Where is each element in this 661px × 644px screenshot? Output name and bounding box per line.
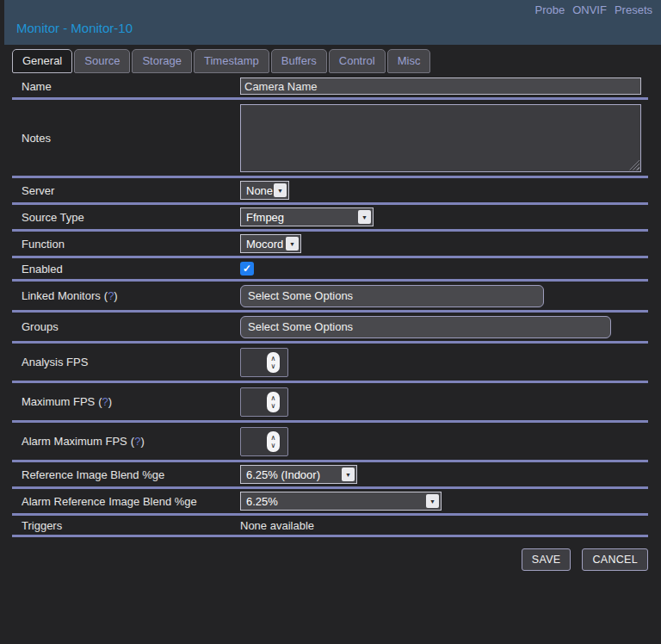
- server-label: Server: [12, 184, 240, 197]
- spinner-down-icon[interactable]: ∨: [271, 362, 276, 370]
- cancel-button[interactable]: CANCEL: [582, 548, 648, 571]
- analysis-fps-row: Analysis FPS ∧ ∨: [12, 344, 648, 381]
- number-spinner[interactable]: ∧ ∨: [267, 392, 280, 412]
- dropdown-arrow-icon: ▼: [342, 468, 355, 481]
- enabled-checkbox[interactable]: ✓: [240, 262, 254, 276]
- dropdown-arrow-icon: ▼: [358, 210, 371, 224]
- groups-multiselect[interactable]: Select Some Options: [240, 316, 611, 338]
- check-icon: ✓: [243, 263, 251, 275]
- alarm-ref-blend-row: Alarm Reference Image Blend %ge 6.25% ▼: [12, 489, 648, 513]
- action-button-row: SAVE CANCEL: [12, 537, 648, 571]
- enabled-row: Enabled ✓: [12, 258, 648, 279]
- paren: ): [114, 289, 117, 302]
- linked-monitors-label-text: Linked Monitors: [22, 289, 101, 302]
- alarm-maximum-fps-row: Alarm Maximum FPS(?) ∧ ∨: [12, 423, 648, 460]
- function-row: Function Mocord ▼: [12, 232, 648, 256]
- presets-link[interactable]: Presets: [615, 3, 652, 16]
- analysis-fps-input[interactable]: ∧ ∨: [240, 348, 288, 377]
- header-bar: Probe ONVIF Presets Monitor - Monitor-10: [4, 0, 661, 45]
- alarm-ref-blend-selected-value: 6.25%: [241, 495, 426, 508]
- header-links: Probe ONVIF Presets: [534, 3, 652, 16]
- ref-blend-row: Reference Image Blend %ge 6.25% (Indoor)…: [12, 462, 648, 486]
- alarm-maximum-fps-label: Alarm Maximum FPS(?): [12, 435, 240, 448]
- tab-buffers[interactable]: Buffers: [271, 49, 327, 73]
- number-spinner[interactable]: ∧ ∨: [267, 352, 280, 373]
- notes-textarea[interactable]: [240, 104, 641, 172]
- server-select[interactable]: None ▼: [240, 181, 289, 200]
- maximum-fps-label: Maximum FPS(?): [12, 395, 240, 408]
- maximum-fps-help-link[interactable]: ?: [102, 395, 108, 408]
- tab-misc[interactable]: Misc: [387, 49, 431, 73]
- dropdown-arrow-icon: ▼: [426, 494, 439, 508]
- source-type-select[interactable]: Ffmpeg ▼: [240, 207, 374, 226]
- name-row: Name: [12, 75, 648, 97]
- enabled-label: Enabled: [12, 263, 240, 276]
- dropdown-arrow-icon: ▼: [286, 237, 299, 251]
- groups-placeholder: Select Some Options: [248, 320, 353, 333]
- onvif-link[interactable]: ONVIF: [572, 3, 607, 16]
- resize-grip-icon[interactable]: [629, 160, 639, 170]
- server-selected-value: None: [241, 184, 274, 197]
- notes-row: Notes: [12, 100, 648, 176]
- spinner-up-icon[interactable]: ∧: [271, 394, 276, 402]
- groups-label: Groups: [12, 320, 240, 333]
- probe-link[interactable]: Probe: [534, 3, 565, 16]
- function-select[interactable]: Mocord ▼: [240, 234, 301, 253]
- source-type-selected-value: Ffmpeg: [241, 211, 358, 224]
- monitor-form: Name Notes Server None ▼ Source Type Ffm…: [12, 75, 648, 537]
- spinner-down-icon[interactable]: ∨: [271, 442, 276, 449]
- notes-label: Notes: [12, 132, 240, 145]
- maximum-fps-row: Maximum FPS(?) ∧ ∨: [12, 383, 648, 420]
- spinner-up-icon[interactable]: ∧: [271, 355, 276, 362]
- name-label: Name: [12, 80, 240, 93]
- tab-timestamp[interactable]: Timestamp: [194, 49, 269, 73]
- paren: ): [140, 435, 144, 448]
- alarm-ref-blend-label: Alarm Reference Image Blend %ge: [12, 495, 240, 508]
- number-spinner[interactable]: ∧ ∨: [267, 431, 280, 452]
- groups-row: Groups Select Some Options: [12, 313, 648, 341]
- alarm-ref-blend-select[interactable]: 6.25% ▼: [240, 492, 442, 511]
- alarm-maximum-fps-input[interactable]: ∧ ∨: [240, 427, 288, 456]
- tab-general[interactable]: General: [12, 49, 72, 73]
- ref-blend-selected-value: 6.25% (Indoor): [241, 468, 342, 481]
- spinner-up-icon[interactable]: ∧: [271, 434, 276, 442]
- linked-monitors-row: Linked Monitors(?) Select Some Options: [12, 282, 648, 310]
- linked-monitors-placeholder: Select Some Options: [248, 289, 353, 302]
- function-label: Function: [12, 238, 240, 251]
- triggers-label: Triggers: [12, 519, 240, 532]
- server-row: Server None ▼: [12, 178, 648, 202]
- tab-source[interactable]: Source: [74, 49, 130, 73]
- paren: ): [108, 395, 112, 408]
- triggers-row: Triggers None available: [12, 516, 648, 535]
- maximum-fps-input[interactable]: ∧ ∨: [240, 387, 288, 417]
- linked-monitors-label: Linked Monitors(?): [12, 289, 240, 302]
- ref-blend-label: Reference Image Blend %ge: [12, 468, 240, 481]
- linked-monitors-multiselect[interactable]: Select Some Options: [240, 285, 544, 307]
- dropdown-arrow-icon: ▼: [274, 183, 287, 197]
- alarm-maximum-fps-label-text: Alarm Maximum FPS: [22, 435, 127, 448]
- save-button[interactable]: SAVE: [522, 548, 571, 571]
- ref-blend-select[interactable]: 6.25% (Indoor) ▼: [240, 465, 357, 484]
- maximum-fps-label-text: Maximum FPS: [22, 395, 95, 408]
- source-type-label: Source Type: [12, 211, 240, 224]
- page-title: Monitor - Monitor-10: [16, 21, 133, 35]
- tab-control[interactable]: Control: [329, 49, 386, 73]
- function-selected-value: Mocord: [241, 238, 286, 251]
- name-input[interactable]: [240, 77, 641, 95]
- triggers-value: None available: [240, 519, 314, 532]
- source-type-row: Source Type Ffmpeg ▼: [12, 205, 648, 229]
- analysis-fps-label: Analysis FPS: [12, 356, 240, 368]
- spinner-down-icon[interactable]: ∨: [271, 402, 276, 410]
- tab-storage[interactable]: Storage: [132, 49, 192, 73]
- tab-bar: General Source Storage Timestamp Buffers…: [12, 49, 661, 73]
